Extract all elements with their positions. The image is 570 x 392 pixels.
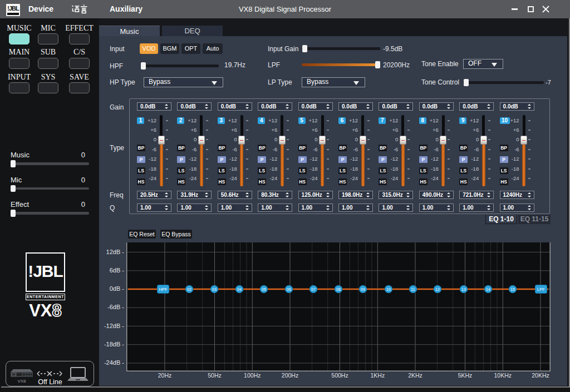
svg-text:07: 07 <box>311 287 316 291</box>
svg-text:06: 06 <box>287 287 291 291</box>
svg-text:13: 13 <box>461 287 466 291</box>
svg-text:LPF: LPF <box>537 287 545 292</box>
svg-text:09: 09 <box>361 287 365 291</box>
svg-text:12: 12 <box>435 287 440 291</box>
svg-text:10: 10 <box>386 287 391 291</box>
svg-text:05: 05 <box>262 287 266 291</box>
svg-text:04: 04 <box>237 287 242 291</box>
svg-text:03: 03 <box>212 287 217 291</box>
svg-text:14: 14 <box>486 287 490 291</box>
svg-text:02: 02 <box>187 287 191 291</box>
svg-text:HPF: HPF <box>159 287 168 292</box>
svg-text:15: 15 <box>510 287 515 291</box>
svg-text:08: 08 <box>336 287 341 291</box>
svg-text:11: 11 <box>411 287 415 291</box>
